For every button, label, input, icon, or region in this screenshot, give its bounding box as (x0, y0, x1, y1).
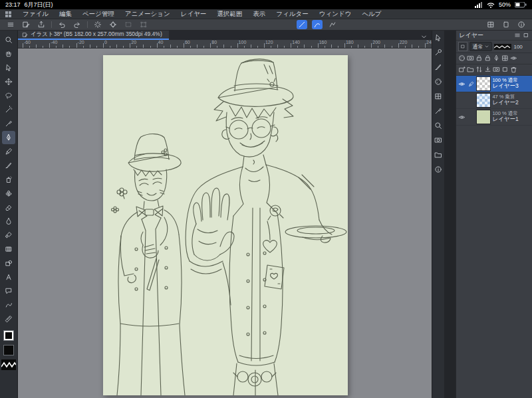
eraser-tool[interactable] (2, 201, 15, 214)
visibility-eye-icon[interactable] (458, 114, 466, 121)
rotate-view-button[interactable] (501, 20, 511, 29)
blend-tool[interactable] (2, 215, 15, 228)
transparent-color-swatch[interactable] (1, 359, 16, 370)
layer-thumbnail[interactable] (476, 93, 491, 108)
menu-layer[interactable]: レイヤー (176, 10, 212, 19)
panel-toggle-tool[interactable] (434, 33, 443, 43)
info-button[interactable] (516, 20, 527, 29)
new-layer-button[interactable] (458, 64, 466, 76)
text-tool[interactable] (2, 270, 15, 284)
operation-tool[interactable] (2, 61, 15, 74)
transform-button[interactable] (138, 20, 149, 29)
layer-thumbnail[interactable] (476, 76, 491, 91)
panel-toggle-color-wheel[interactable] (434, 77, 443, 86)
move-layer-tool[interactable] (2, 75, 15, 88)
panel-toggle-info[interactable] (434, 165, 443, 174)
layer-color-icon[interactable] (458, 52, 466, 64)
panel-toggle-brush[interactable] (434, 62, 443, 72)
snap-crosshair-button[interactable] (108, 20, 118, 29)
layer-row[interactable]: 100 % 通常 レイヤー1 (456, 109, 532, 126)
lock-alpha-icon[interactable] (475, 52, 483, 64)
menu-animation[interactable]: アニメーション (120, 10, 176, 19)
ruler-tick (231, 46, 231, 48)
select-area-button[interactable] (123, 20, 134, 29)
panel-toggle-navigator[interactable] (434, 121, 443, 130)
canvas[interactable] (103, 55, 348, 395)
edit-canvas-button[interactable] (21, 20, 31, 29)
visibility-eye-icon[interactable] (458, 80, 466, 88)
figure-tool[interactable] (2, 256, 15, 270)
pen-tool[interactable] (2, 131, 15, 144)
menu-view[interactable]: 表示 (247, 10, 271, 19)
menu-page[interactable]: ページ管理 (77, 10, 120, 19)
delete-layer-button[interactable] (510, 64, 517, 76)
redo-button[interactable] (72, 20, 82, 29)
change-order-button[interactable] (475, 64, 483, 76)
ruler-tick (264, 43, 265, 48)
layers-panel-detach-icon[interactable] (523, 29, 529, 41)
menu-filter[interactable]: フィルター (271, 10, 313, 19)
panel-toggle-layer-property[interactable] (434, 136, 443, 145)
snap-to-special-ruler-button[interactable] (312, 20, 323, 29)
ruler-tick (251, 45, 251, 48)
line-correction-tool[interactable] (2, 298, 15, 312)
main-color-swatch[interactable] (3, 330, 14, 341)
clear-button[interactable] (92, 20, 103, 29)
new-folder-button[interactable] (467, 64, 474, 76)
hand-tool[interactable] (2, 47, 15, 60)
airbrush-tool[interactable] (2, 173, 15, 186)
grid-button[interactable] (485, 20, 496, 29)
draft-layer-icon[interactable] (493, 52, 500, 64)
snap-off-button[interactable] (327, 20, 338, 29)
wifi-icon (487, 2, 495, 8)
layer-name: レイヤー2 (492, 100, 518, 106)
app-menu-icon[interactable] (5, 11, 11, 17)
menu-edit[interactable]: 編集 (54, 10, 77, 19)
create-mask-button[interactable] (493, 64, 500, 76)
share-button[interactable] (36, 20, 47, 29)
opacity-slider[interactable] (494, 44, 511, 50)
snap-to-ruler-button[interactable] (297, 20, 307, 29)
ruler-tick (392, 46, 392, 48)
ruler-tick (190, 46, 191, 48)
decoration-tool[interactable] (2, 187, 15, 200)
apply-mask-button[interactable] (501, 64, 509, 76)
selection-tool[interactable] (2, 89, 15, 102)
panel-toggle-eyedropper[interactable] (434, 106, 443, 116)
menu-select[interactable]: 選択範囲 (211, 10, 247, 19)
auto-select-tool[interactable] (2, 103, 15, 116)
panel-toggle-color-set[interactable] (434, 92, 443, 101)
zoom-tool[interactable] (2, 33, 15, 47)
palette-toggle-strip (432, 31, 444, 398)
layer-row[interactable]: 100 % 通常 レイヤー3 (456, 76, 532, 92)
blend-mode-select[interactable]: 通常 (469, 42, 492, 51)
menu-button[interactable] (5, 20, 16, 29)
reference-layer-icon[interactable] (501, 52, 509, 64)
layer-mask-icon[interactable] (467, 52, 474, 64)
menu-window[interactable]: ウィンドウ (314, 10, 357, 19)
merge-down-button[interactable] (484, 64, 491, 76)
visibility-icon[interactable] (510, 52, 517, 64)
clip-studio-paint-window: 23:17 6月7日(日) 50% ファイル編集ページ管理アニメーションレイヤー… (0, 0, 532, 398)
layer-thumbnail[interactable] (476, 110, 491, 124)
undo-button[interactable] (57, 20, 67, 29)
panel-toggle-subtool[interactable] (434, 48, 443, 57)
fill-tool[interactable] (2, 229, 15, 242)
menu-help[interactable]: ヘルプ (356, 10, 386, 19)
document-tab[interactable]: イラスト38* (B5 182.00 x 257.00mm 350dpi 49.… (18, 31, 169, 40)
ruler-label: 160 (319, 40, 327, 45)
menu-file[interactable]: ファイル (17, 10, 54, 19)
panel-toggle-material[interactable] (434, 150, 443, 159)
ruler-tool[interactable] (2, 312, 15, 326)
palette-option-icon[interactable] (458, 42, 467, 51)
pencil-tool[interactable] (2, 145, 15, 158)
opacity-value: 100 (513, 44, 522, 50)
gradient-tool[interactable] (2, 243, 15, 256)
brush-tool[interactable] (2, 159, 15, 172)
layer-row[interactable]: 47 % 乗算 レイヤー2 (456, 92, 532, 109)
eyedropper-tool[interactable] (2, 117, 15, 130)
layers-panel-menu-icon[interactable] (514, 29, 521, 41)
balloon-tool[interactable] (2, 284, 15, 298)
lock-layer-icon[interactable] (484, 52, 491, 64)
sub-color-swatch[interactable] (3, 345, 14, 355)
